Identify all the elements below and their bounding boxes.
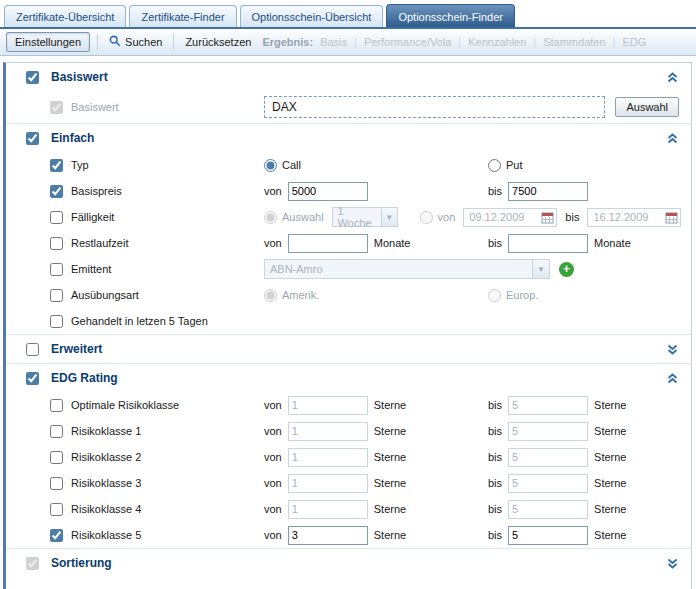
von-input[interactable]	[288, 448, 368, 467]
result-link-edg[interactable]: EDG	[622, 36, 646, 48]
erweitert-header: Erweitert	[6, 335, 691, 363]
basispreis-bis-input[interactable]	[508, 182, 588, 201]
tab-optionsschein-finder[interactable]: Optionsschein-Finder	[386, 4, 515, 27]
expand-down-icon[interactable]	[666, 343, 679, 356]
result-link-kennzahlen[interactable]: Kennzahlen	[468, 36, 526, 48]
ausuebungsart-checkbox[interactable]	[50, 289, 63, 302]
von-radio-label: von	[438, 211, 456, 223]
tab-zertifikate-finder[interactable]: Zertifikate-Finder	[129, 5, 236, 27]
bis-label: bis	[488, 399, 502, 411]
ausuebungsart-label: Ausübungsart	[71, 289, 139, 301]
chevron-down-icon: ▼	[532, 260, 549, 278]
emittent-checkbox[interactable]	[50, 263, 63, 276]
gehandelt-checkbox[interactable]	[50, 315, 63, 328]
put-label: Put	[506, 159, 523, 171]
woche-select-value: 1 Woche	[338, 205, 377, 229]
toolbar: Einstellungen Suchen Zurücksetzen Ergebn…	[0, 29, 696, 56]
emittent-select[interactable]: ABN-Amro ▼	[264, 259, 550, 279]
risikoklasse-4-row: Risikoklasse 4 von Sterne bis Sterne	[6, 496, 691, 522]
erweitert-section-checkbox[interactable]	[26, 343, 39, 356]
calendar-icon	[665, 211, 678, 224]
woche-select[interactable]: 1 Woche ▼	[332, 207, 398, 227]
faelligkeit-row: Fälligkeit Auswahl 1 Woche ▼ von 09.12.2…	[6, 204, 691, 230]
chevron-down-icon: ▼	[381, 208, 397, 226]
europ-radio[interactable]: Europ.	[488, 289, 538, 302]
faelligkeit-checkbox[interactable]	[50, 211, 63, 224]
pipe-divider: |	[533, 36, 536, 48]
edg-rating-header: EDG Rating	[6, 364, 691, 392]
von-input[interactable]	[288, 396, 368, 415]
search-icon	[109, 35, 121, 49]
sterne-label: Sterne	[374, 529, 406, 541]
basispreis-row: Basispreis von bis	[6, 178, 691, 204]
put-radio[interactable]: Put	[488, 159, 523, 172]
basiswert-title: Basiswert	[51, 70, 108, 84]
basiswert-input[interactable]: DAX	[264, 96, 605, 118]
expand-down-icon[interactable]	[666, 557, 679, 570]
suchen-label: Suchen	[125, 36, 162, 48]
tab-zertifikate-uebersicht[interactable]: Zertifikate-Übersicht	[4, 5, 126, 27]
sortierung-section-checkbox[interactable]	[26, 557, 39, 570]
sterne-label: Sterne	[594, 529, 626, 541]
amerik-radio[interactable]: Amerik.	[264, 289, 319, 302]
call-radio[interactable]: Call	[264, 159, 301, 172]
add-emittent-button[interactable]: +	[559, 262, 574, 277]
bis-input[interactable]	[508, 396, 588, 415]
bis-input[interactable]	[508, 500, 588, 519]
result-link-performance-vola[interactable]: Performance/Vola	[364, 36, 451, 48]
restlaufzeit-bis-input[interactable]	[508, 234, 588, 253]
bis-label: bis	[488, 503, 502, 515]
einfach-section-checkbox[interactable]	[26, 132, 39, 145]
zuruecksetzen-button[interactable]: Zurücksetzen	[181, 34, 255, 50]
basiswert-header: Basiswert	[6, 63, 691, 91]
basispreis-von-input[interactable]	[288, 182, 368, 201]
bis-input[interactable]	[508, 526, 588, 545]
auswahl-button[interactable]: Auswahl	[615, 97, 679, 117]
edg-rating-section-checkbox[interactable]	[26, 372, 39, 385]
collapse-up-icon[interactable]	[666, 71, 679, 84]
suchen-button[interactable]: Suchen	[105, 33, 166, 51]
result-link-stammdaten[interactable]: Stammdaten	[543, 36, 605, 48]
section-erweitert: Erweitert	[6, 334, 691, 363]
bis-label: bis	[488, 425, 502, 437]
basiswert-row-label: Basiswert	[71, 101, 119, 113]
restlaufzeit-checkbox[interactable]	[50, 237, 63, 250]
von-date-value: 09.12.2009	[469, 211, 524, 223]
section-edg-rating: EDG Rating Optimale Risikoklasse von Ste…	[6, 363, 691, 548]
einstellungen-button[interactable]: Einstellungen	[6, 32, 90, 52]
bis-input[interactable]	[508, 422, 588, 441]
optimale-risikoklasse-checkbox[interactable]	[50, 399, 63, 412]
basiswert-row-checkbox[interactable]	[50, 101, 63, 114]
basiswert-section-checkbox[interactable]	[26, 71, 39, 84]
collapse-up-icon[interactable]	[666, 372, 679, 385]
von-label: von	[264, 529, 282, 541]
restlaufzeit-von-input[interactable]	[288, 234, 368, 253]
von-datum-radio[interactable]: von	[420, 211, 456, 224]
risikoklasse-4-checkbox[interactable]	[50, 503, 63, 516]
von-date-input[interactable]: 09.12.2009	[463, 208, 557, 227]
tab-optionsschein-uebersicht[interactable]: Optionsschein-Übersicht	[240, 5, 384, 27]
auswahl-radio-label: Auswahl	[282, 211, 324, 223]
result-link-basis[interactable]: Basis	[320, 36, 347, 48]
risikoklasse-3-checkbox[interactable]	[50, 477, 63, 490]
von-input[interactable]	[288, 526, 368, 545]
auswahl-radio[interactable]: Auswahl	[264, 211, 324, 224]
collapse-up-icon[interactable]	[666, 132, 679, 145]
von-label: von	[264, 185, 282, 197]
bis-input[interactable]	[508, 448, 588, 467]
von-input[interactable]	[288, 422, 368, 441]
gehandelt-row: Gehandelt in letzen 5 Tagen	[6, 308, 691, 334]
risikoklasse-5-checkbox[interactable]	[50, 529, 63, 542]
row-label: Risikoklasse 5	[71, 529, 141, 541]
bis-date-input[interactable]: 16.12.2009	[587, 208, 681, 227]
risikoklasse-2-checkbox[interactable]	[50, 451, 63, 464]
von-input[interactable]	[288, 474, 368, 493]
basispreis-checkbox[interactable]	[50, 185, 63, 198]
bis-input[interactable]	[508, 474, 588, 493]
risikoklasse-1-checkbox[interactable]	[50, 425, 63, 438]
typ-checkbox[interactable]	[50, 159, 63, 172]
amerik-label: Amerik.	[282, 289, 319, 301]
monate-label: Monate	[374, 237, 411, 249]
von-input[interactable]	[288, 500, 368, 519]
risikoklasse-5-row: Risikoklasse 5 von Sterne bis Sterne	[6, 522, 691, 548]
